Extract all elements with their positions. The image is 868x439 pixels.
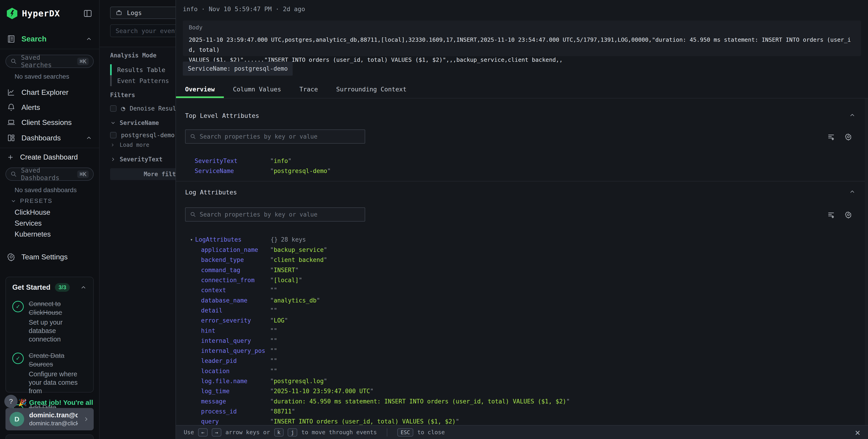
top-level-attributes-title: Top Level Attributes — [185, 112, 259, 119]
sidebar-item-team-settings[interactable]: Team Settings — [7, 253, 92, 261]
wrap-lines-icon[interactable] — [828, 211, 835, 218]
event-detail-panel: info · Nov 10 5:59:47 PM · 2d ago Body 2… — [176, 0, 868, 439]
sidebar-item-dashboards[interactable]: Dashboards — [7, 133, 92, 142]
triangle-down-icon: ▾ — [190, 237, 193, 242]
footer-close-text: to close — [417, 429, 445, 436]
attribute-row[interactable]: process_id 88711 — [176, 406, 865, 416]
sidebar-item-client-sessions[interactable]: Client Sessions — [7, 118, 92, 127]
gear-icon[interactable] — [845, 133, 852, 140]
attribute-row[interactable]: application_name backup_service — [176, 245, 865, 255]
mode-results-table[interactable]: Results Table — [110, 64, 165, 75]
get-started-item[interactable]: ✓ Create Data Sources Configure where yo… — [12, 351, 87, 395]
attribute-key: leader_pid — [201, 357, 270, 364]
footer-arrows-text: arrow keys or — [225, 429, 270, 436]
attribute-row[interactable]: error_severity LOG — [176, 315, 865, 325]
arrow-right-key: → — [212, 428, 221, 437]
attribute-value: INSERT INTO orders (user_id, total) VALU… — [270, 418, 459, 425]
get-started-item[interactable]: ✓ Connect to ClickHouse Set up your data… — [12, 300, 87, 344]
sidebar-collapse-icon[interactable] — [83, 9, 92, 18]
sidebar: HyperDX Search Saved Searches ⌘K No save… — [0, 0, 100, 439]
attribute-row[interactable]: log_time 2025-11-10 23:59:47.000 UTC — [176, 386, 865, 396]
denoise-filter-row[interactable]: ◔ Denoise Resul — [110, 104, 176, 113]
user-name: dominic.tran@clic... — [29, 411, 78, 419]
collapse-section-icon[interactable] — [849, 188, 856, 195]
attribute-row[interactable]: hint — [176, 325, 865, 336]
check-circle-icon: ✓ — [12, 353, 24, 364]
footer-divider — [387, 428, 387, 437]
tab-surrounding-context[interactable]: Surrounding Context — [327, 80, 416, 98]
top-level-search-input[interactable]: Search properties by key or value — [185, 129, 365, 144]
attribute-value: 2025-11-10 23:59:47.000 UTC — [270, 388, 374, 395]
source-selector-button[interactable]: Logs — [110, 7, 176, 19]
tab-overview[interactable]: Overview — [176, 80, 224, 98]
attribute-row[interactable]: query INSERT INTO orders (user_id, total… — [176, 416, 865, 425]
attribute-row[interactable]: log.file.name postgresql.log — [176, 376, 865, 386]
preset-link[interactable]: Kubernetes — [14, 230, 51, 239]
log-attributes-search-input[interactable]: Search properties by key or value — [185, 208, 365, 222]
gear-icon[interactable] — [845, 211, 852, 218]
denoise-icon: ◔ — [121, 104, 125, 113]
service-name-tag[interactable]: ServiceName: postgresql-demo — [183, 62, 293, 76]
denoise-checkbox[interactable] — [110, 105, 117, 112]
attribute-row[interactable]: location — [176, 366, 865, 376]
chevron-up-icon[interactable] — [86, 134, 92, 141]
collapse-section-icon[interactable] — [849, 112, 856, 119]
preset-link[interactable]: Services — [14, 219, 42, 227]
top-level-row[interactable]: ServiceName postgresql-demo — [195, 166, 331, 176]
attribute-row[interactable]: context — [176, 285, 865, 295]
scrollbar[interactable] — [865, 98, 868, 425]
filter-group-severitytext[interactable]: SeverityText — [110, 156, 162, 163]
arrow-left-key: ← — [198, 428, 208, 437]
section-tools — [828, 211, 852, 218]
top-level-row[interactable]: SeverityText info — [195, 156, 291, 166]
attribute-key: backend_type — [201, 256, 270, 263]
sidebar-item-chart-explorer[interactable]: Chart Explorer — [7, 88, 92, 97]
load-more-link[interactable]: Load more — [110, 142, 149, 148]
presets-toggle[interactable]: PRESETS — [10, 197, 53, 205]
divider — [0, 148, 99, 148]
sidebar-item-search[interactable]: Search — [7, 35, 92, 43]
attribute-row[interactable]: database_name analytics_db — [176, 295, 865, 305]
footer-move-text: to move through events — [301, 429, 377, 436]
service-checkbox[interactable] — [110, 132, 117, 138]
attribute-row[interactable]: leader_pid — [176, 356, 865, 366]
attribute-row[interactable]: connection_from [local] — [176, 275, 865, 285]
attribute-row[interactable]: detail — [176, 306, 865, 315]
sidebar-item-alerts[interactable]: Alerts — [7, 103, 92, 112]
log-attributes-root-row[interactable]: ▾ LogAttributes {} 28 keys — [176, 234, 865, 245]
close-icon[interactable]: ✕ — [855, 428, 860, 437]
service-filter-row[interactable]: postgresql-demo — [110, 132, 175, 138]
chevron-up-icon[interactable] — [86, 36, 92, 42]
sidebar-item-label: Team Settings — [22, 253, 68, 261]
saved-dashboards-placeholder: Saved Dashboards — [21, 167, 73, 182]
filter-group-servicename[interactable]: ServiceName — [110, 120, 159, 126]
filters-label: Filters — [110, 92, 135, 98]
wrap-lines-icon[interactable] — [828, 133, 835, 140]
attribute-row[interactable]: message duration: 45.950 ms statement: I… — [176, 396, 865, 406]
root-key: LogAttributes — [195, 236, 271, 243]
active-mode-bar — [110, 64, 112, 75]
mode-event-patterns[interactable]: Event Patterns — [110, 75, 169, 86]
create-dashboard-button[interactable]: Create Dashboard — [7, 153, 92, 161]
attribute-value — [270, 287, 277, 293]
saved-dashboards-input[interactable]: Saved Dashboards ⌘K — [5, 167, 94, 181]
attribute-row[interactable]: internal_query_pos — [176, 346, 865, 356]
help-button[interactable]: ? — [4, 395, 18, 408]
chevron-up-icon[interactable] — [80, 284, 87, 291]
saved-searches-input[interactable]: Saved Searches ⌘K — [5, 55, 94, 68]
attribute-key: detail — [201, 307, 270, 314]
attribute-row[interactable]: backend_type client backend — [176, 255, 865, 265]
attribute-row[interactable]: command_tag INSERT — [176, 265, 865, 275]
attribute-value — [270, 368, 277, 375]
event-search-input[interactable]: Search your event — [110, 24, 176, 37]
sidebar-item-label: Client Sessions — [22, 118, 72, 127]
tab-column-values[interactable]: Column Values — [224, 80, 290, 98]
user-account-button[interactable]: D dominic.tran@clic... dominic.tran@clic… — [5, 408, 94, 430]
attribute-row[interactable]: internal_query — [176, 336, 865, 346]
more-filters-button[interactable]: More filte — [110, 168, 176, 180]
preset-link[interactable]: ClickHouse — [14, 208, 51, 217]
tab-trace[interactable]: Trace — [290, 80, 327, 98]
log-attributes-title: Log Attributes — [185, 189, 237, 196]
attribute-key: process_id — [201, 408, 270, 415]
chevron-right-icon — [110, 143, 115, 148]
